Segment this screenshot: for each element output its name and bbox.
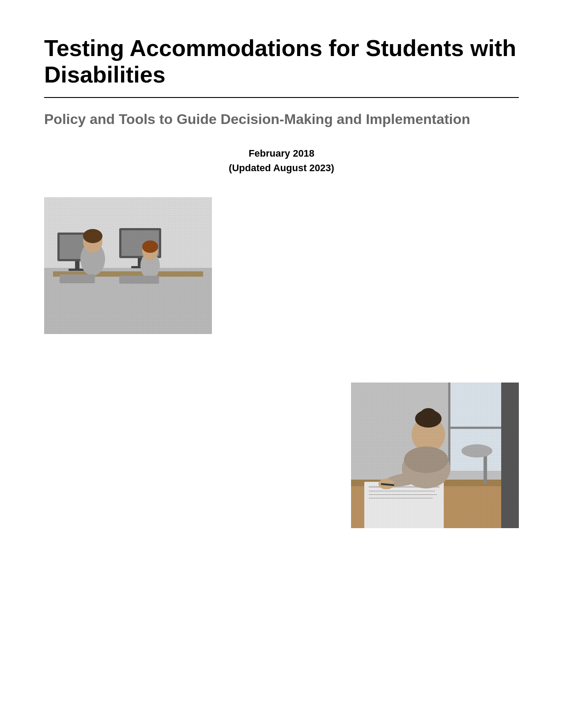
date-line1: February 2018 xyxy=(44,146,519,161)
subtitle: Policy and Tools to Guide Decision-Makin… xyxy=(44,110,519,129)
title-divider xyxy=(44,97,519,98)
date-line2: (Updated August 2023) xyxy=(44,161,519,175)
image-classroom xyxy=(44,197,212,334)
classroom-photo-svg xyxy=(44,197,212,334)
image-studying xyxy=(351,383,519,528)
svg-rect-21 xyxy=(44,197,212,334)
images-section xyxy=(44,197,519,352)
svg-rect-47 xyxy=(351,383,519,528)
page-title: Testing Accommodations for Students with… xyxy=(44,35,519,88)
date-block: February 2018 (Updated August 2023) xyxy=(44,146,519,175)
studying-photo-svg xyxy=(351,383,519,528)
